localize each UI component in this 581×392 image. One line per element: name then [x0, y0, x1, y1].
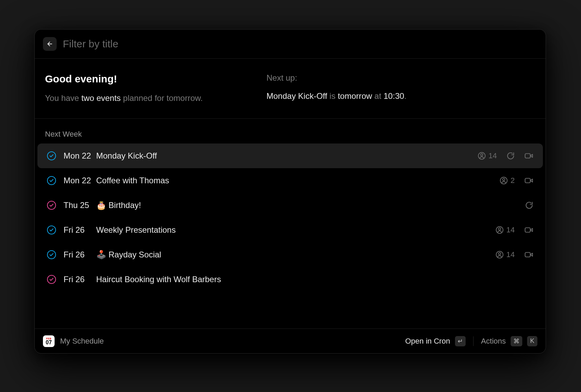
video-icon[interactable]	[524, 226, 533, 234]
person-icon	[495, 226, 504, 234]
event-row[interactable]: Fri 26🕹️Rayday Social14	[37, 242, 543, 267]
calendar-app-icon: FEB 07	[43, 335, 55, 347]
cmd-key-badge: ⌘	[511, 336, 522, 346]
event-meta: 14	[495, 250, 533, 259]
event-date: Fri 26	[64, 250, 96, 260]
status-check-icon	[47, 275, 56, 284]
attendee-count: 14	[495, 226, 515, 234]
attendee-number: 14	[489, 151, 497, 160]
svg-point-6	[503, 178, 505, 180]
k-key-badge: K	[527, 336, 537, 346]
attendee-number: 2	[511, 176, 515, 185]
event-row[interactable]: Thu 25🎂Birthday!	[37, 193, 543, 218]
filter-bar	[35, 30, 546, 59]
summary-section: Good evening! You have two events planne…	[35, 59, 546, 119]
footer: FEB 07 My Schedule Open in Cron ↵ Action…	[35, 328, 546, 353]
next-event-name: Monday Kick-Off	[266, 91, 327, 101]
event-meta: 14	[478, 151, 533, 160]
status-check-icon	[47, 201, 56, 210]
video-icon[interactable]	[524, 176, 533, 185]
event-title: 🎂Birthday!	[96, 200, 525, 210]
person-icon	[495, 251, 504, 259]
nextup-detail: Monday Kick-Off is tomorrow at 10:30.	[266, 90, 535, 102]
attendee-count: 2	[500, 176, 515, 185]
event-date: Fri 26	[64, 225, 96, 235]
plan-summary: You have two events planned for tomorrow…	[45, 92, 266, 104]
event-title: Weekly Presentations	[96, 225, 495, 235]
event-title-text: Birthday!	[109, 200, 141, 210]
calendar-icon-day: 07	[46, 340, 52, 345]
attendee-number: 14	[506, 226, 515, 234]
event-date: Mon 22	[64, 151, 96, 161]
open-in-cron-button[interactable]: Open in Cron ↵	[405, 336, 466, 346]
plan-count: two events	[81, 93, 121, 103]
status-check-icon	[47, 151, 56, 160]
schedule-label: My Schedule	[60, 337, 104, 346]
event-title: 🕹️Rayday Social	[96, 250, 495, 260]
open-in-cron-label: Open in Cron	[405, 337, 450, 346]
person-icon	[500, 176, 508, 185]
svg-rect-15	[525, 252, 530, 257]
next-at: at	[372, 91, 384, 101]
event-meta	[525, 201, 533, 209]
status-check-icon	[47, 226, 56, 234]
footer-divider	[473, 336, 474, 346]
event-row[interactable]: Mon 22Monday Kick-Off14	[37, 143, 543, 168]
status-check-icon	[47, 176, 56, 185]
svg-point-2	[480, 153, 482, 155]
event-meta: 2	[500, 176, 533, 185]
event-date: Fri 26	[64, 275, 96, 284]
event-title: Monday Kick-Off	[96, 151, 478, 161]
event-row[interactable]: Fri 26Weekly Presentations14	[37, 218, 543, 242]
svg-rect-3	[525, 153, 530, 158]
event-title: Haircut Booking with Wolf Barbers	[96, 275, 533, 284]
attendee-count: 14	[478, 151, 497, 160]
event-title-text: Coffee with Thomas	[96, 176, 169, 185]
footer-left: FEB 07 My Schedule	[43, 335, 104, 347]
summary-left: Good evening! You have two events planne…	[45, 73, 266, 104]
event-row[interactable]: Fri 26Haircut Booking with Wolf Barbers	[37, 267, 543, 292]
back-button[interactable]	[43, 37, 57, 51]
plan-suffix: planned for tomorrow.	[121, 93, 203, 103]
summary-right: Next up: Monday Kick-Off is tomorrow at …	[266, 73, 535, 104]
event-emoji: 🕹️	[96, 250, 106, 260]
person-icon	[478, 152, 486, 160]
attendee-count: 14	[495, 250, 515, 259]
event-title-text: Rayday Social	[109, 250, 161, 260]
greeting: Good evening!	[45, 73, 266, 85]
video-icon[interactable]	[524, 151, 533, 160]
actions-button[interactable]: Actions ⌘ K	[481, 336, 537, 346]
video-icon[interactable]	[524, 250, 533, 259]
attendee-number: 14	[506, 250, 515, 259]
event-title-text: Haircut Booking with Wolf Barbers	[96, 275, 221, 284]
event-title: Coffee with Thomas	[96, 176, 500, 185]
event-date: Thu 25	[64, 200, 96, 210]
svg-point-10	[498, 228, 500, 230]
next-period: .	[404, 91, 407, 101]
svg-rect-7	[525, 178, 530, 183]
svg-rect-11	[525, 228, 530, 232]
event-title-text: Monday Kick-Off	[96, 151, 157, 161]
status-check-icon	[47, 250, 56, 259]
next-time: 10:30	[384, 91, 404, 101]
filter-input[interactable]	[63, 38, 535, 50]
event-list[interactable]: Next Week Mon 22Monday Kick-Off14Mon 22C…	[35, 119, 546, 328]
plan-prefix: You have	[45, 93, 81, 103]
next-when: tomorrow	[338, 91, 372, 101]
event-emoji: 🎂	[96, 200, 106, 210]
next-is: is	[327, 91, 338, 101]
nextup-label: Next up:	[266, 73, 535, 83]
enter-key-badge: ↵	[455, 336, 466, 346]
actions-label: Actions	[481, 337, 506, 346]
event-meta: 14	[495, 226, 533, 234]
event-row[interactable]: Mon 22Coffee with Thomas2	[37, 168, 543, 193]
section-label: Next Week	[35, 124, 546, 143]
recurring-icon	[506, 152, 515, 160]
recurring-icon	[525, 201, 533, 209]
event-title-text: Weekly Presentations	[96, 225, 176, 235]
command-palette-window: Good evening! You have two events planne…	[34, 29, 546, 354]
svg-point-14	[498, 252, 500, 254]
arrow-left-icon	[46, 41, 53, 47]
event-date: Mon 22	[64, 176, 96, 185]
